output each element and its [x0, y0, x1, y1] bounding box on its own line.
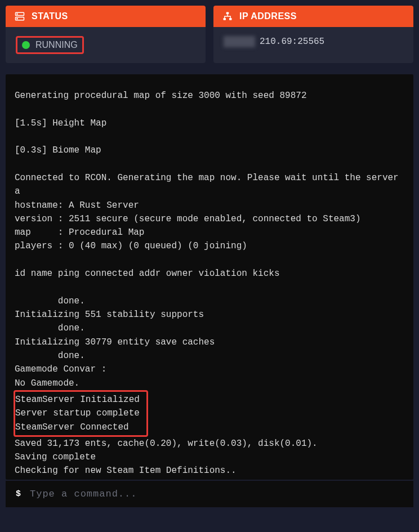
- prompt-symbol: $: [16, 489, 21, 499]
- status-card-body: RUNNING: [6, 27, 206, 63]
- svg-rect-6: [229, 18, 232, 20]
- ip-blurred-portion: [224, 36, 255, 47]
- console-lines-before: Generating procedural map of size 3000 w…: [15, 91, 404, 388]
- status-card-header: STATUS: [6, 6, 206, 27]
- status-value: RUNNING: [35, 40, 78, 50]
- ip-value: 210.69:25565: [260, 37, 324, 47]
- status-card: STATUS RUNNING: [6, 6, 206, 63]
- console-output: Generating procedural map of size 3000 w…: [6, 74, 413, 480]
- console-lines-after: Saved 31,173 ents, cache(0.20), write(0.…: [15, 439, 318, 476]
- command-input-row: $: [6, 481, 413, 507]
- status-badge: RUNNING: [16, 36, 84, 54]
- svg-point-2: [17, 14, 17, 14]
- ip-card-header: IP ADDRESS: [213, 6, 413, 27]
- svg-point-3: [17, 19, 17, 19]
- status-card-title: STATUS: [32, 11, 68, 21]
- svg-rect-5: [224, 18, 226, 20]
- svg-rect-4: [226, 12, 229, 15]
- console-lines-highlighted: SteamServer Initialized Server startup c…: [15, 395, 140, 432]
- ip-card-body: 210.69:25565: [213, 27, 413, 56]
- status-indicator-icon: [22, 41, 30, 49]
- server-icon: [15, 11, 25, 21]
- ip-card: IP ADDRESS 210.69:25565: [213, 6, 413, 63]
- network-icon: [222, 11, 233, 21]
- console-highlight-box: SteamServer Initialized Server startup c…: [14, 390, 148, 437]
- command-input[interactable]: [30, 489, 403, 499]
- ip-card-title: IP ADDRESS: [239, 11, 297, 21]
